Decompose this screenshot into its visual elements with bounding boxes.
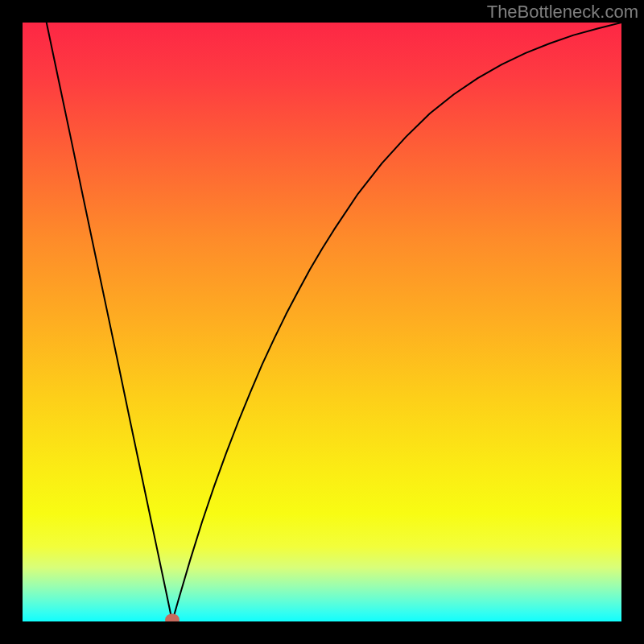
minimum-marker bbox=[165, 613, 180, 621]
bottleneck-curve bbox=[47, 23, 621, 621]
curve-overlay bbox=[23, 23, 621, 621]
chart-frame: TheBottleneck.com bbox=[0, 0, 644, 644]
watermark-text: TheBottleneck.com bbox=[487, 2, 638, 23]
